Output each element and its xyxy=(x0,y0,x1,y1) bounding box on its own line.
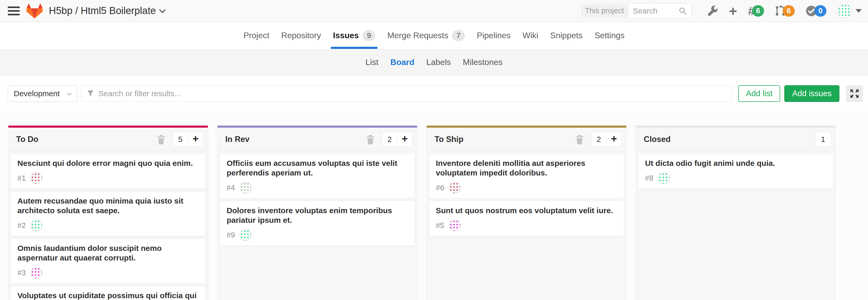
issue-number: #4 xyxy=(227,183,235,192)
wrench-icon xyxy=(707,5,718,17)
issue-card[interactable]: Voluptates ut cupiditate possimus qui of… xyxy=(10,286,206,300)
tab-settings[interactable]: Settings xyxy=(594,22,625,49)
issue-card[interactable]: Ut dicta odio fugit animi unde quia. #8 xyxy=(638,153,833,189)
card-list: Ut dicta odio fugit animi unde quia. #8 xyxy=(636,151,836,300)
card-list: Inventore deleniti mollitia aut asperior… xyxy=(427,151,626,300)
admin-wrench-button[interactable] xyxy=(707,5,718,17)
issue-card[interactable]: Inventore deleniti mollitia aut asperior… xyxy=(429,153,624,199)
board-selector-value: Development xyxy=(14,89,60,98)
new-menu-button[interactable]: + xyxy=(729,4,737,18)
issue-card[interactable]: Officiis eum accusamus voluptas qui iste… xyxy=(220,153,415,199)
tanuki-icon xyxy=(26,3,43,19)
card-list: Officiis eum accusamus voluptas qui iste… xyxy=(218,151,417,300)
hamburger-menu-icon[interactable] xyxy=(8,6,20,16)
issue-title: Autem recusandae quo minima quia iusto s… xyxy=(18,196,199,215)
merge-requests-counter[interactable]: 6 xyxy=(775,5,795,17)
list-count-control: 2 + xyxy=(382,132,412,147)
list-count-control: 1 xyxy=(815,132,831,147)
issue-count: 2 xyxy=(591,132,606,146)
issue-number: #5 xyxy=(436,221,444,230)
assignee-avatar[interactable] xyxy=(30,172,42,184)
todos-counter[interactable]: 0 xyxy=(806,5,827,17)
issue-card[interactable]: Dolores inventore voluptas enim temporib… xyxy=(220,201,415,246)
project-nav: Project Repository Issues 9 Merge Reques… xyxy=(0,22,868,50)
delete-list-button[interactable] xyxy=(156,134,166,145)
issue-card[interactable]: Omnis laudantium dolor suscipit nemo asp… xyxy=(10,238,206,283)
issue-board: To Do 5 + Nesciunt qui dolore error magn… xyxy=(0,112,868,300)
assignee-avatar[interactable] xyxy=(30,219,42,231)
trash-icon xyxy=(156,134,166,145)
subnav-milestones[interactable]: Milestones xyxy=(463,57,503,67)
delete-list-button[interactable] xyxy=(575,134,584,145)
issue-title: Nesciunt qui dolore error magni quo quia… xyxy=(18,158,199,168)
board-selector-dropdown[interactable]: Development xyxy=(8,85,77,102)
tab-merge-requests[interactable]: Merge Requests 7 xyxy=(387,22,465,49)
gitlab-logo[interactable] xyxy=(26,3,43,19)
assignee-avatar[interactable] xyxy=(240,182,252,194)
tab-label: Pipelines xyxy=(477,31,511,40)
assignee-avatar[interactable] xyxy=(449,219,461,231)
global-search[interactable]: This project xyxy=(578,3,691,19)
search-icon xyxy=(679,7,687,15)
subnav-board[interactable]: Board xyxy=(390,57,414,67)
add-list-button[interactable]: Add list xyxy=(738,85,780,102)
add-issue-to-list-button[interactable]: + xyxy=(606,132,621,146)
tab-project[interactable]: Project xyxy=(243,22,270,49)
issue-title: Ut dicta odio fugit animi unde quia. xyxy=(645,158,827,168)
caret-down-icon xyxy=(856,9,862,13)
filter-search-input[interactable] xyxy=(98,89,725,98)
add-issues-button[interactable]: Add issues xyxy=(784,85,839,102)
subnav-list[interactable]: List xyxy=(365,57,378,67)
fullscreen-button[interactable] xyxy=(846,85,863,102)
issue-number: #2 xyxy=(18,221,26,230)
project-switcher[interactable]: H5bp / Html5 Boilerplate xyxy=(49,5,165,17)
tab-wiki[interactable]: Wiki xyxy=(522,22,539,49)
top-navbar: H5bp / Html5 Boilerplate This project + … xyxy=(0,0,868,22)
assignee-avatar[interactable] xyxy=(240,229,252,241)
board-column-title: In Rev xyxy=(225,134,249,144)
issue-number: #3 xyxy=(18,269,26,277)
board-column-header: Closed 1 xyxy=(636,128,836,151)
board-column-header: To Do 5 + xyxy=(8,128,208,151)
assignee-avatar[interactable] xyxy=(30,267,42,279)
tab-issues[interactable]: Issues 9 xyxy=(332,22,376,49)
issues-counter[interactable]: # 6 xyxy=(748,5,764,17)
issues-tab-badge: 9 xyxy=(363,30,375,41)
tab-label: Wiki xyxy=(523,31,538,40)
issue-card[interactable]: Nesciunt qui dolore error magni quo quia… xyxy=(10,153,206,189)
issue-number: #1 xyxy=(18,174,26,182)
trash-icon xyxy=(575,134,584,145)
trash-icon xyxy=(366,134,375,145)
tab-snippets[interactable]: Snippets xyxy=(550,22,583,49)
assignee-avatar[interactable] xyxy=(658,172,670,184)
board-filter-bar: Development Add list Add issues xyxy=(0,76,868,112)
issue-card[interactable]: Sunt ut quos nostrum eos voluptatum veli… xyxy=(429,201,624,236)
issues-subnav: List Board Labels Milestones xyxy=(0,50,868,76)
issue-count: 2 xyxy=(382,132,397,146)
user-menu[interactable] xyxy=(837,4,862,18)
add-issue-to-list-button[interactable]: + xyxy=(397,132,412,146)
filter-search-box[interactable] xyxy=(81,85,732,102)
assignee-avatar[interactable] xyxy=(449,182,461,194)
search-input[interactable] xyxy=(629,6,679,16)
tab-pipelines[interactable]: Pipelines xyxy=(476,22,511,49)
tab-label: Merge Requests xyxy=(387,31,448,40)
chevron-down-icon xyxy=(159,6,165,13)
board-column-title: To Do xyxy=(16,134,38,144)
fullscreen-icon xyxy=(850,89,859,98)
tab-label: Project xyxy=(244,31,270,40)
subnav-labels[interactable]: Labels xyxy=(427,57,451,67)
issue-card[interactable]: Autem recusandae quo minima quia iusto s… xyxy=(10,191,206,236)
board-column-inrev: In Rev 2 + Officiis eum accusamus volupt… xyxy=(217,126,417,300)
tab-label: Settings xyxy=(595,31,625,40)
project-title: H5bp / Html5 Boilerplate xyxy=(49,5,156,17)
user-avatar xyxy=(837,4,852,18)
issue-number: #9 xyxy=(227,231,235,239)
issue-count: 1 xyxy=(815,132,831,146)
delete-list-button[interactable] xyxy=(366,134,375,145)
add-issue-to-list-button[interactable]: + xyxy=(188,132,203,146)
tab-repository[interactable]: Repository xyxy=(281,22,321,49)
merge-requests-count-badge: 6 xyxy=(783,5,795,17)
board-column-todo: To Do 5 + Nesciunt qui dolore error magn… xyxy=(8,126,208,300)
tab-label: Snippets xyxy=(550,31,583,40)
